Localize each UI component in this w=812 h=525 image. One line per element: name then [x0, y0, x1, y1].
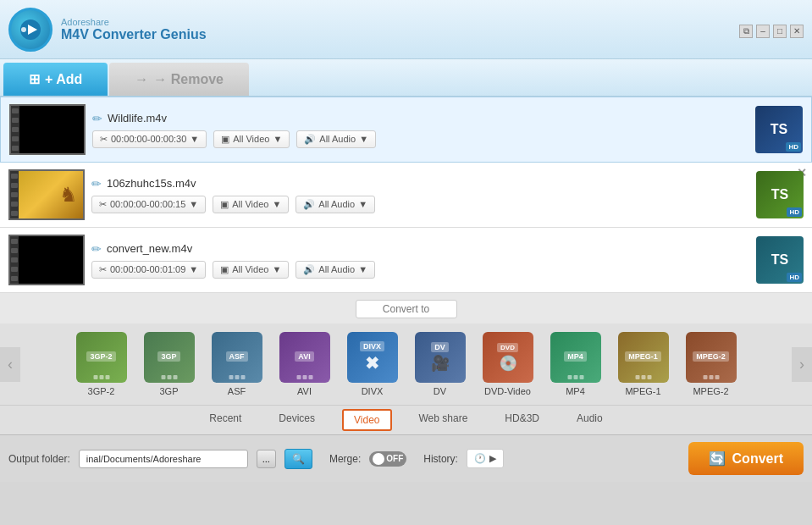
tab-webshare[interactable]: Web share: [409, 409, 478, 431]
edit-icon[interactable]: ✏: [92, 112, 102, 125]
output-path-field[interactable]: inal/Documents/Adoreshare: [79, 450, 248, 468]
app-brand: Adoreshare: [61, 17, 739, 27]
format-carousel: ‹ 3GP-2 3GP-2 3GP: [0, 323, 812, 405]
add-button[interactable]: ⊞ + Add: [3, 63, 108, 96]
tab-recent[interactable]: Recent: [199, 409, 251, 431]
format-badge[interactable]: TS HD: [755, 106, 803, 153]
format-label: ASF: [228, 386, 246, 396]
audio-selector[interactable]: 🔊 All Audio ▼: [296, 196, 375, 213]
video-selector[interactable]: ▣ All Video ▼: [213, 130, 290, 148]
maximize-btn[interactable]: □: [773, 25, 787, 38]
app-title-block: Adoreshare M4V Converter Genius: [61, 17, 739, 42]
format-item-dvd[interactable]: DVD 💿 DVD-Video: [476, 329, 540, 400]
format-item-dv[interactable]: DV 🎥 DV: [408, 329, 472, 400]
merge-label: Merge:: [329, 453, 361, 465]
format-icon: AVI: [279, 332, 330, 383]
svg-point-2: [21, 27, 26, 32]
toggle-circle: [373, 453, 384, 465]
search-output-button[interactable]: 🔍: [284, 449, 312, 469]
format-label: MPEG-2: [693, 386, 728, 396]
audio-selector[interactable]: 🔊 All Audio ▼: [296, 130, 376, 148]
app-logo: [8, 8, 52, 52]
scissors-icon: ✂: [99, 264, 107, 275]
duration-selector[interactable]: ✂ 00:00:00-00:01:09 ▼: [91, 261, 206, 279]
audio-selector[interactable]: 🔊 All Audio ▼: [296, 261, 375, 279]
tab-audio[interactable]: Audio: [566, 409, 613, 431]
history-button[interactable]: 🕐 ▶: [467, 449, 504, 468]
format-item-3gp2[interactable]: 3GP-2 3GP-2: [69, 329, 134, 400]
video-selector[interactable]: ▣ All Video ▼: [213, 196, 289, 213]
format-item-3gp[interactable]: 3GP 3GP: [137, 329, 202, 400]
edit-icon[interactable]: ✏: [91, 242, 102, 256]
audio-icon: 🔊: [303, 199, 315, 210]
table-row: ✏ convert_new.m4v ✂ 00:00:00-00:01:09 ▼ …: [0, 228, 812, 293]
format-item-mpeg2[interactable]: MPEG-2 MPEG-2: [679, 329, 743, 400]
history-arrow: ▶: [489, 453, 496, 464]
format-items: 3GP-2 3GP-2 3GP: [20, 329, 792, 400]
hd-label: HD: [787, 207, 802, 217]
format-badge-image: TS HD: [756, 171, 804, 218]
format-label: DV: [434, 386, 446, 396]
format-label: MPEG-1: [625, 386, 660, 396]
convert-to-label: Convert to: [356, 300, 457, 318]
close-btn[interactable]: ✕: [790, 25, 804, 38]
video-icon: ▣: [221, 134, 229, 145]
format-icon: 3GP: [144, 332, 195, 383]
carousel-next-button[interactable]: ›: [792, 347, 812, 382]
merge-toggle[interactable]: OFF: [369, 451, 406, 467]
format-icon: DIVX ✖: [347, 332, 398, 383]
file-controls: ✂ 00:00:00-00:00:15 ▼ ▣ All Video ▼ 🔊 Al…: [91, 196, 749, 213]
remove-button[interactable]: → → Remove: [109, 63, 249, 96]
format-icon: 3GP-2: [76, 332, 127, 383]
format-icon: MPEG-1: [618, 332, 669, 383]
duration-selector[interactable]: ✂ 00:00:00-00:00:30 ▼: [92, 130, 207, 148]
format-badge[interactable]: TS HD: [756, 236, 804, 284]
window-controls: ⧉ – □ ✕: [739, 21, 804, 38]
clock-icon: 🕐: [474, 453, 486, 464]
duration-selector[interactable]: ✂ 00:00:00-00:00:15 ▼: [91, 196, 206, 213]
tab-video[interactable]: Video: [342, 409, 391, 431]
format-label: DIVX: [362, 386, 384, 396]
video-selector[interactable]: ▣ All Video ▼: [213, 261, 289, 279]
file-list: ✏ Wildlife.m4v ✂ 00:00:00-00:00:30 ▼ ▣ A…: [0, 97, 812, 293]
format-label: 3GP: [159, 386, 178, 396]
video-icon: ▣: [220, 264, 229, 275]
format-badge-image: TS HD: [756, 236, 804, 284]
dropdown-arrow: ▼: [189, 264, 198, 274]
resize-btn[interactable]: ⧉: [739, 25, 753, 38]
format-icon: MP4: [550, 332, 601, 383]
format-item-avi[interactable]: AVI AVI: [273, 329, 337, 400]
table-row: ✕ ♞ ✏ 106zhuhc15s.m4v ✂ 00:00:00-00:00:1…: [0, 163, 812, 228]
scissors-icon: ✂: [100, 134, 108, 145]
format-icon: MPEG-2: [686, 332, 737, 383]
carousel-prev-button[interactable]: ‹: [0, 347, 20, 382]
format-item-divx[interactable]: DIVX ✖ DIVX: [340, 329, 405, 400]
format-item-mp4[interactable]: MP4 MP4: [544, 329, 608, 400]
file-controls: ✂ 00:00:00-00:01:09 ▼ ▣ All Video ▼ 🔊 Al…: [91, 261, 749, 279]
toolbar: ⊞ + Add → → Remove: [0, 59, 812, 97]
edit-icon[interactable]: ✏: [91, 177, 102, 191]
hd-label: HD: [787, 273, 802, 282]
format-icon: ASF: [212, 332, 262, 383]
tab-devices[interactable]: Devices: [268, 409, 325, 431]
add-icon: ⊞: [29, 71, 40, 87]
format-label: 3GP-2: [88, 386, 115, 396]
add-label: + Add: [45, 72, 82, 87]
file-info: ✏ 106zhuhc15s.m4v ✂ 00:00:00-00:00:15 ▼ …: [91, 177, 749, 213]
remove-label: → Remove: [153, 72, 224, 87]
browse-button[interactable]: ...: [257, 450, 276, 468]
format-item-mpeg1[interactable]: MPEG-1 MPEG-1: [611, 329, 676, 400]
output-folder-label: Output folder:: [8, 453, 70, 465]
audio-icon: 🔊: [304, 134, 316, 145]
tab-hd3d[interactable]: HD&3D: [494, 409, 550, 431]
file-info: ✏ Wildlife.m4v ✂ 00:00:00-00:00:30 ▼ ▣ A…: [92, 112, 748, 148]
file-info: ✏ convert_new.m4v ✂ 00:00:00-00:01:09 ▼ …: [91, 242, 749, 279]
badge-label: TS: [771, 252, 788, 268]
minimize-btn[interactable]: –: [756, 25, 770, 38]
format-badge[interactable]: TS HD: [756, 171, 804, 218]
convert-button[interactable]: 🔄 Convert: [688, 442, 804, 475]
scissors-icon: ✂: [99, 199, 107, 210]
convert-section: Convert to ‹ 3GP-2 3GP-2 3GP: [0, 293, 812, 434]
format-item-asf[interactable]: ASF ASF: [205, 329, 269, 400]
format-badge-image: TS HD: [755, 106, 803, 153]
